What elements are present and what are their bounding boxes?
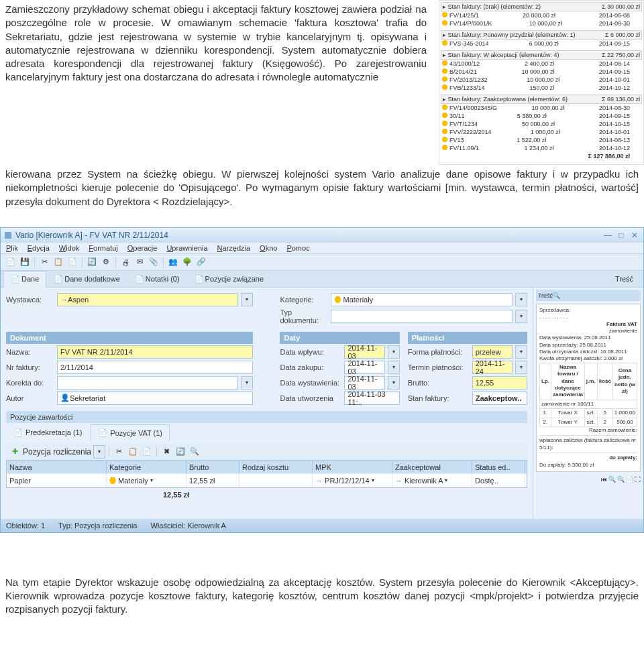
print-icon[interactable]: 🖨 [119, 256, 131, 268]
cut-icon[interactable]: ✂ [38, 256, 50, 268]
mail-icon[interactable]: ✉ [133, 256, 146, 268]
menu-okno[interactable]: Okno [260, 244, 277, 252]
dwy-field[interactable]: 2014-11-03 [344, 376, 384, 389]
cell[interactable]: Materiały ▾ [107, 474, 186, 487]
zoom-out-icon[interactable]: 🔍 [608, 476, 616, 483]
tb-filter-icon[interactable]: 🔍 [189, 446, 201, 458]
dz-field[interactable]: 2014-11-03 [344, 361, 384, 374]
kategorie-label: Kategorie: [280, 296, 328, 304]
tb-cut-icon[interactable]: ✂ [113, 446, 125, 458]
dz-label: Data zakupu: [280, 363, 341, 371]
col-header[interactable]: Nazwa [7, 461, 107, 473]
cell[interactable]: 12,55 zł [186, 474, 239, 487]
menu-uprawnienia[interactable]: Uprawnienia [166, 244, 207, 252]
dwy-cal[interactable]: ▾ [388, 376, 400, 389]
wystawca-dropdown[interactable]: ▾ [241, 293, 253, 306]
nav-first-icon[interactable]: ⏮ [601, 476, 607, 483]
kategorie-field[interactable]: Materiały [331, 293, 512, 306]
status-type: Typ: Pozycja rozliczenia [58, 522, 137, 530]
tab-pozycje-zwi-zane[interactable]: 📄Pozycje związane [187, 271, 271, 287]
cell[interactable]: Papier [7, 474, 107, 487]
menu-pomoc[interactable]: Pomoc [286, 244, 309, 252]
maximize-button[interactable]: □ [616, 231, 626, 240]
pozycje-table[interactable]: NazwaKategorieBruttoRodzaj kosztuMPKZaak… [6, 461, 527, 488]
tab-predekretacja[interactable]: 📄Predekretacja (1) [6, 424, 89, 441]
expand-icon[interactable]: ⛶ [635, 476, 641, 483]
fp-label: Forma płatności: [408, 348, 470, 356]
tb-refresh-icon[interactable]: 🔄 [174, 446, 186, 458]
col-header[interactable]: Brutto [186, 461, 239, 473]
autor-label: Autor [6, 394, 54, 402]
attach-icon[interactable]: 📎 [148, 256, 160, 268]
wystawca-field[interactable]: → Aspen [57, 293, 238, 306]
tree-icon[interactable]: 🌳 [181, 256, 193, 268]
cell[interactable]: Dostę.. [472, 474, 525, 487]
status-count: Obiektów: 1 [6, 522, 45, 530]
add-pozycja-dropdown[interactable]: ▾ [93, 445, 105, 459]
col-header[interactable]: Status ed.. [472, 461, 525, 473]
toolbar[interactable]: 📄 💾 ✂ 📋 📄 🔄 ⚙ 🖨 ✉ 📎 👥 🌳 🔗 [1, 254, 643, 271]
col-header[interactable]: Kategorie [107, 461, 186, 473]
add-icon[interactable]: ✚ [9, 446, 21, 458]
pozycje-section: Pozycje zawartości [6, 411, 527, 423]
refresh-icon[interactable]: 🔄 [86, 256, 98, 268]
menu-narzędzia[interactable]: Narzędzia [217, 244, 251, 252]
tresc-search-icon[interactable]: 🔍 [553, 292, 560, 299]
dw-field[interactable]: 2014-11-03 [344, 345, 384, 359]
action-icon[interactable]: ⚙ [100, 256, 112, 268]
col-header[interactable]: Rodzaj kosztu [239, 461, 313, 473]
dwy-label: Data wystawienia: [280, 379, 341, 387]
menu-formatuj[interactable]: Formatuj [89, 244, 117, 252]
nazwa-field[interactable]: FV VAT NR 2/11/2014 [57, 345, 253, 359]
typdok-field[interactable] [331, 310, 512, 323]
sf-field: Zaakceptow.. [472, 391, 527, 405]
cell[interactable]: → PRJ/12/12/14 ▾ [313, 474, 392, 487]
paste-icon[interactable]: 📄 [66, 256, 78, 268]
save-icon[interactable]: 💾 [19, 256, 31, 268]
document-preview: Sprzedawca: . . . . . . . . . . Faktura … [536, 304, 641, 472]
tab-dane-dodatkowe[interactable]: 📄Dane dodatkowe [46, 271, 127, 287]
menu-edycja[interactable]: Edycja [28, 244, 50, 252]
invoice-summary-panel: ▸ Stan faktury: (brak) (elementów: 2)Σ 3… [439, 0, 644, 165]
window-title: Vario [Kierownik A] - FV VAT NR 2/11/201… [15, 231, 168, 240]
kategorie-dropdown[interactable]: ▾ [515, 293, 527, 306]
dz-cal[interactable]: ▾ [388, 361, 400, 374]
menu-plik[interactable]: Plik [6, 244, 18, 252]
cell[interactable] [239, 474, 313, 487]
menu-operacje[interactable]: Operacje [127, 244, 158, 252]
menu-bar[interactable]: PlikEdycjaWidokFormatujOperacjeUprawnien… [1, 243, 643, 254]
br-field[interactable]: 12,55 [472, 376, 527, 389]
tab-pozycje-vat[interactable]: 📄Pozycje VAT (1) [91, 424, 170, 442]
copy-icon[interactable]: 📋 [52, 256, 64, 268]
dw-cal[interactable]: ▾ [388, 345, 400, 359]
tp-cal[interactable]: ▾ [515, 361, 527, 374]
zoom-in-icon[interactable]: 🔍 [617, 476, 625, 483]
users-icon[interactable]: 👥 [167, 256, 179, 268]
tb-paste-icon[interactable]: 📄 [141, 446, 153, 458]
close-button[interactable]: ✕ [630, 231, 639, 240]
typdok-dropdown[interactable]: ▾ [515, 310, 527, 323]
tresc-tab[interactable]: Treść [608, 271, 641, 287]
nrf-field[interactable]: 2/11/2014 [57, 361, 253, 374]
menu-widok[interactable]: Widok [59, 244, 80, 252]
du-label: Data utworzenia [280, 394, 341, 402]
minimize-button[interactable]: — [603, 231, 612, 240]
tb-copy-icon[interactable]: 📋 [127, 446, 139, 458]
platnosci-section: Płatności [408, 332, 527, 344]
new-icon[interactable]: 📄 [5, 256, 17, 268]
korekta-dropdown[interactable]: ▾ [241, 376, 253, 389]
fp-field[interactable]: przelew [472, 345, 513, 359]
tab-notatki----[interactable]: 📄Notatki (0) [127, 271, 187, 287]
tab-dane[interactable]: 📄Dane [3, 271, 46, 288]
tp-field[interactable]: 2014-11-24 [472, 361, 513, 374]
fp-dropdown[interactable]: ▾ [515, 345, 527, 359]
cell[interactable]: → Kierownik A ▾ [392, 474, 472, 487]
vario-window: Vario [Kierownik A] - FV VAT NR 2/11/201… [0, 227, 644, 533]
col-header[interactable]: Zaakceptował [392, 461, 472, 473]
page-icon[interactable]: 📄 [626, 476, 633, 483]
tb-del-icon[interactable]: ✖ [160, 446, 172, 458]
col-header[interactable]: MPK [313, 461, 392, 473]
korekta-field[interactable] [57, 376, 238, 389]
link-icon[interactable]: 🔗 [195, 256, 207, 268]
add-pozycja-button[interactable]: Pozycja rozliczenia [23, 447, 91, 457]
